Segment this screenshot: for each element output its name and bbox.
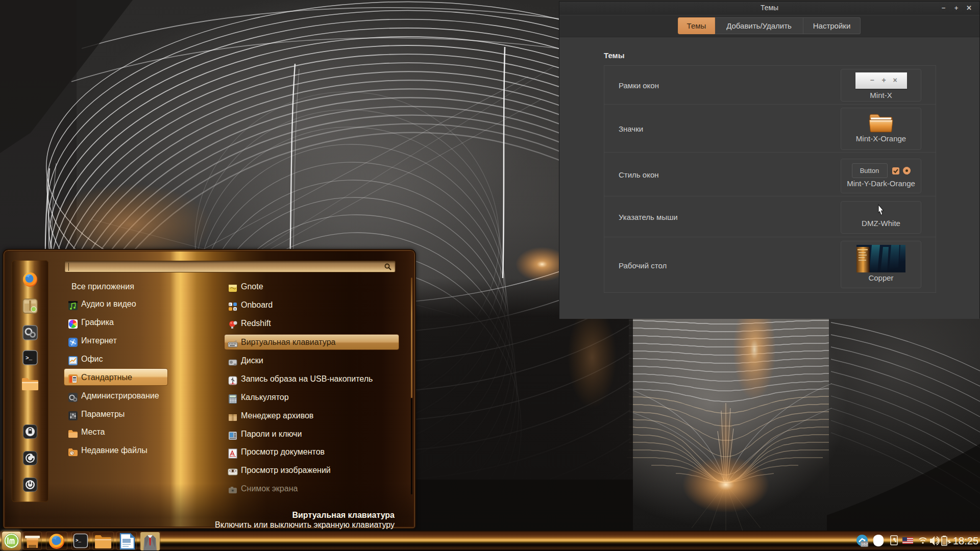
svg-text:>_: >_ xyxy=(26,355,33,361)
svg-text:>_: >_ xyxy=(76,538,81,543)
svg-text:0: 0 xyxy=(229,303,231,306)
